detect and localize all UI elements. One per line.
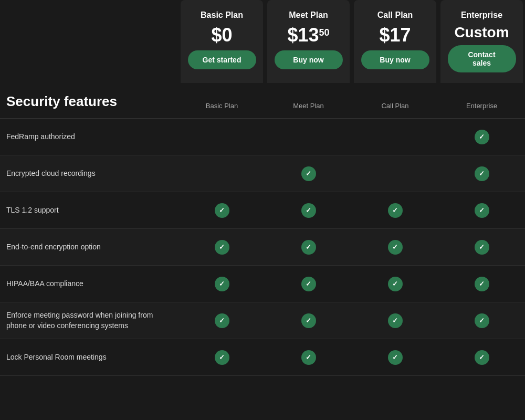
check-icon xyxy=(215,203,229,218)
feature-label: TLS 1.2 support xyxy=(0,198,178,223)
check-icon xyxy=(215,277,229,291)
header-row: Basic Plan $0 Get started Meet Plan $135… xyxy=(0,0,525,83)
basic-plan-cta[interactable]: Get started xyxy=(188,50,256,69)
feature-cell-basic xyxy=(178,155,265,192)
feature-cell-basic xyxy=(178,192,265,228)
call-price-symbol: $ xyxy=(379,24,390,46)
basic-plan-price: $0 xyxy=(211,24,232,46)
feature-row: End-to-end encryption option xyxy=(0,229,525,266)
enterprise-plan-price: Custom xyxy=(454,24,509,41)
meet-plan-price: $1350 xyxy=(287,24,329,46)
meet-price-symbol: $ xyxy=(287,24,298,46)
feature-cell-meet xyxy=(265,229,352,265)
feature-cell-meet xyxy=(265,339,352,375)
header-meet-plan: Meet Plan $1350 Buy now xyxy=(267,0,350,83)
col-label-basic: Basic Plan xyxy=(178,93,265,114)
feature-cell-call xyxy=(352,155,438,192)
check-icon xyxy=(388,313,403,328)
header-empty xyxy=(0,0,178,83)
check-icon xyxy=(301,166,316,181)
check-icon xyxy=(301,240,316,255)
check-icon xyxy=(475,166,489,181)
check-icon xyxy=(215,313,229,328)
check-icon xyxy=(475,313,489,328)
check-icon xyxy=(388,350,403,365)
feature-cell-meet xyxy=(265,192,352,228)
feature-label: HIPAA/BAA compliance xyxy=(0,271,178,297)
feature-cell-meet xyxy=(265,155,352,192)
basic-plan-name: Basic Plan xyxy=(201,10,243,20)
col-label-meet: Meet Plan xyxy=(265,93,352,114)
feature-cell-basic xyxy=(178,339,265,375)
feature-cell-enterprise xyxy=(438,155,525,192)
check-icon xyxy=(301,313,316,328)
feature-cell-basic xyxy=(178,229,265,265)
check-icon xyxy=(388,277,403,291)
feature-cell-enterprise xyxy=(438,266,525,302)
feature-cell-call xyxy=(352,266,438,302)
feature-cell-meet xyxy=(265,266,352,302)
feature-label: FedRamp authorized xyxy=(0,124,178,150)
feature-label: Lock Personal Room meetings xyxy=(0,345,178,370)
section-title: Security features xyxy=(0,93,178,114)
feature-cell-basic xyxy=(178,119,265,155)
check-icon xyxy=(301,350,316,365)
feature-row: Encrypted cloud recordings xyxy=(0,155,525,192)
feature-row: HIPAA/BAA compliance xyxy=(0,266,525,302)
pricing-table: Basic Plan $0 Get started Meet Plan $135… xyxy=(0,0,525,376)
basic-price-symbol: $ xyxy=(211,24,222,46)
feature-cell-meet xyxy=(265,119,352,155)
enterprise-plan-name: Enterprise xyxy=(461,10,502,20)
feature-row: FedRamp authorized xyxy=(0,119,525,155)
check-icon xyxy=(475,130,489,144)
meet-plan-name: Meet Plan xyxy=(289,10,328,20)
header-basic-plan: Basic Plan $0 Get started xyxy=(181,0,263,83)
feature-label: Enforce meeting password when joining fr… xyxy=(0,303,178,338)
feature-cell-enterprise xyxy=(438,192,525,228)
check-icon xyxy=(475,203,489,218)
feature-label: End-to-end encryption option xyxy=(0,235,178,260)
feature-cell-call xyxy=(352,229,438,265)
check-icon xyxy=(475,240,489,255)
meet-price-cents: 50 xyxy=(319,27,330,38)
meet-plan-cta[interactable]: Buy now xyxy=(275,50,343,69)
feature-cell-basic xyxy=(178,302,265,339)
feature-row: Enforce meeting password when joining fr… xyxy=(0,302,525,339)
check-icon xyxy=(301,277,316,291)
check-icon xyxy=(301,203,316,218)
feature-cell-enterprise xyxy=(438,339,525,375)
check-icon xyxy=(388,240,403,255)
call-plan-price: $17 xyxy=(379,24,411,46)
feature-cell-enterprise xyxy=(438,119,525,155)
call-plan-name: Call Plan xyxy=(377,10,413,20)
enterprise-plan-cta[interactable]: Contact sales xyxy=(448,45,516,72)
col-label-enterprise: Enterprise xyxy=(438,93,525,114)
feature-cell-meet xyxy=(265,302,352,339)
header-call-plan: Call Plan $17 Buy now xyxy=(354,0,436,83)
feature-row: Lock Personal Room meetings xyxy=(0,339,525,376)
check-icon xyxy=(475,277,489,291)
check-icon xyxy=(388,203,403,218)
feature-cell-call xyxy=(352,119,438,155)
feature-cell-enterprise xyxy=(438,302,525,339)
check-icon xyxy=(215,350,229,365)
feature-cell-basic xyxy=(178,266,265,302)
check-icon xyxy=(215,240,229,255)
features-container: FedRamp authorizedEncrypted cloud record… xyxy=(0,119,525,376)
feature-label: Encrypted cloud recordings xyxy=(0,161,178,186)
feature-cell-call xyxy=(352,192,438,228)
feature-row: TLS 1.2 support xyxy=(0,192,525,229)
feature-cell-call xyxy=(352,302,438,339)
feature-cell-enterprise xyxy=(438,229,525,265)
call-plan-cta[interactable]: Buy now xyxy=(361,50,429,69)
header-enterprise-plan: Enterprise Custom Contact sales xyxy=(440,0,523,83)
check-icon xyxy=(475,350,489,365)
section-header-row: Security features Basic Plan Meet Plan C… xyxy=(0,83,525,119)
col-label-call: Call Plan xyxy=(352,93,438,114)
feature-cell-call xyxy=(352,339,438,375)
